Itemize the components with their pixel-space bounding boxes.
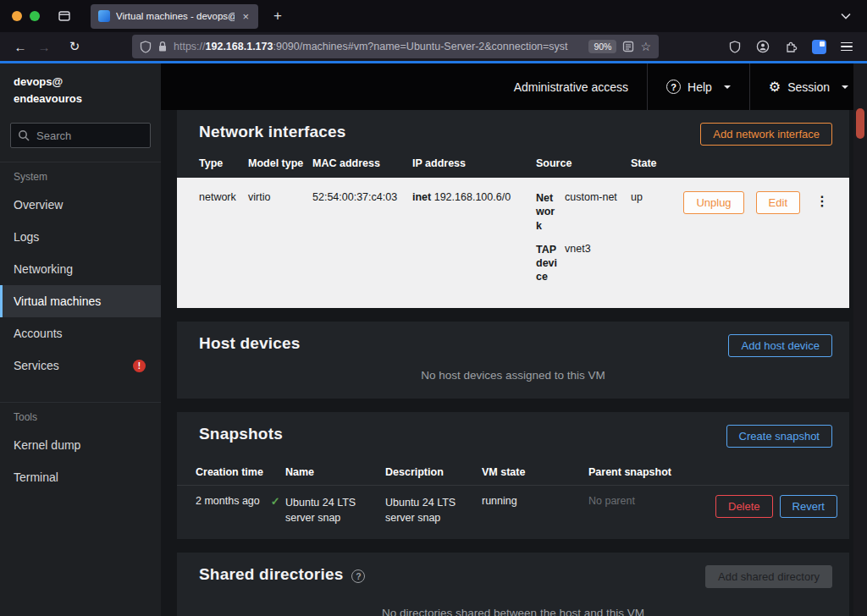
vm-detail-content: Network interfaces Add network interface… [161,110,867,616]
host-devices-title: Host devices [199,334,301,353]
sidebar-item-overview[interactable]: Overview [0,189,161,221]
network-interfaces-title: Network interfaces [199,123,346,141]
column-header-creation-time: Creation time [196,466,285,478]
puzzle-icon [784,40,798,53]
shared-directories-help-icon[interactable]: ? [351,569,365,583]
gear-icon: ⚙ [769,79,781,95]
column-header-description: Description [385,466,482,478]
administrative-access-label: Administrative access [514,80,628,94]
browser-chrome: Virtual machines - devops@end × + ← → ↻ [0,0,867,61]
administrative-access-indicator[interactable]: Administrative access [495,63,647,110]
column-header-state: State [631,157,676,169]
cockpit-app: devops@ endeavouros System Overview Logs… [0,61,867,616]
search-input[interactable] [10,123,151,148]
creation-time-value: 2 months ago [196,495,260,507]
network-interfaces-card: Network interfaces Add network interface… [177,110,849,308]
edit-button[interactable]: Edit [756,191,800,214]
tab-overflow-button[interactable] [833,4,859,28]
sidebar-item-networking[interactable]: Networking [0,253,161,285]
window-button-minimize[interactable] [12,11,22,21]
help-icon: ? [666,80,681,94]
add-network-interface-button[interactable]: Add network interface [700,123,832,146]
sidebar-item-virtual-machines[interactable]: Virtual machines [0,285,161,317]
addon-icon [812,40,826,54]
column-header-model-type: Model type [248,157,312,169]
session-label: Session [787,80,830,94]
add-host-device-button[interactable]: Add host device [728,334,832,357]
person-icon [756,40,770,53]
services-alert-badge: ! [133,360,146,372]
column-header-ip-address: IP address [412,157,536,169]
snapshot-name: Ubuntu 24 LTS server snap [285,495,385,527]
shared-directories-card: Shared directories ? Add shared director… [177,553,849,616]
menu-button[interactable] [835,36,859,58]
screen: Virtual machines - devops@end × + ← → ↻ [0,0,867,616]
source-tap-device: TAP device vnet3 [536,243,631,284]
interface-ip: inet 192.168.100.6/0 [412,191,536,203]
tab-close-icon[interactable]: × [240,10,251,23]
host-name: endeavouros [14,91,147,107]
help-label: Help [688,80,712,94]
shared-directories-title: Shared directories [199,565,343,584]
create-snapshot-button[interactable]: Create snapshot [726,425,832,448]
bookmark-star-icon[interactable]: ☆ [640,40,651,53]
session-caret-icon [842,85,848,89]
search-icon [18,129,30,141]
host-devices-card: Host devices Add host device No host dev… [177,322,849,399]
back-button[interactable]: ← [8,36,32,58]
scrollbar-thumb[interactable] [856,108,864,139]
kebab-menu-icon[interactable]: ⋮ [812,191,832,212]
firefox-view-icon [58,9,71,23]
host-devices-empty-text: No host devices assigned to this VM [177,364,849,399]
tab-title: Virtual machines - devops@end [116,11,235,21]
page-scrollbar[interactable] [853,63,867,616]
network-interfaces-header-row: Type Model type MAC address IP address S… [177,152,849,178]
lock-icon[interactable] [157,41,168,52]
url-text[interactable]: https://192.168.1.173:9090/machines#vm?n… [174,41,583,52]
snapshot-creation-time: 2 months ago ✓ [196,495,285,508]
hamburger-icon [841,42,853,52]
interface-source: Network custom-net TAP device vnet3 [536,191,631,294]
help-menu-button[interactable]: ? Help [648,63,749,110]
sidebar-item-logs[interactable]: Logs [0,221,161,253]
window-button-maximize[interactable] [30,11,40,21]
new-tab-button[interactable]: + [267,8,289,25]
add-shared-directory-button: Add shared directory [705,565,832,588]
zoom-level-badge[interactable]: 90% [588,40,616,53]
sidebar-item-accounts[interactable]: Accounts [0,317,161,349]
account-button[interactable] [751,36,775,58]
translate-icon[interactable] [622,41,634,52]
addon-button[interactable] [807,36,831,58]
pocket-shield-button[interactable] [723,36,747,58]
sidebar-item-label: Services [14,359,59,372]
sidebar-item-kernel-dump[interactable]: Kernel dump [0,429,161,461]
extensions-button[interactable] [779,36,803,58]
column-header-source: Source [536,157,631,169]
reload-button[interactable]: ↻ [63,36,86,58]
section-label-system: System [0,162,161,189]
navbar-right-icons [723,36,859,58]
user-name: devops@ [14,74,147,91]
help-caret-icon [724,85,731,89]
network-interface-row: network virtio 52:54:00:37:c4:03 inet 19… [177,178,849,308]
sidebar-item-services[interactable]: Services ! [0,349,161,382]
section-label-tools: Tools [0,402,161,429]
url-host: 192.168.1.173 [206,41,273,52]
snapshot-ok-check-icon: ✓ [271,495,280,508]
source-network-label: Network [536,191,559,233]
unplug-button[interactable]: Unplug [683,191,743,214]
url-bar[interactable]: https://192.168.1.173:9090/machines#vm?n… [132,35,659,58]
masthead: Administrative access ? Help ⚙ Session [161,63,867,110]
tracking-shield-icon[interactable] [140,41,152,53]
interface-mac: 52:54:00:37:c4:03 [312,191,412,203]
browser-tab[interactable]: Virtual machines - devops@end × [91,4,258,29]
sidebar-item-terminal[interactable]: Terminal [0,461,161,493]
shield-icon [729,41,741,53]
revert-snapshot-button[interactable]: Revert [780,495,837,518]
window-controls [12,11,40,21]
delete-snapshot-button[interactable]: Delete [715,495,773,518]
column-header-name: Name [285,466,385,478]
forward-button[interactable]: → [32,36,56,58]
firefox-view-button[interactable] [52,4,77,28]
session-menu-button[interactable]: ⚙ Session [750,63,867,110]
